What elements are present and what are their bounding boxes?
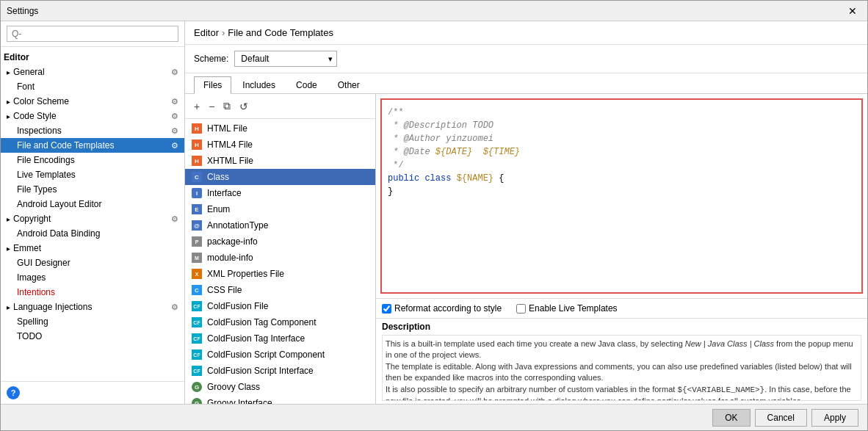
expand-arrow-icon: ▸ [7, 68, 10, 76]
search-input[interactable] [7, 26, 178, 42]
file-item-label: Interface [207, 188, 242, 198]
search-bar [1, 21, 184, 47]
description-section: Description This is a built-in template … [376, 318, 867, 404]
file-item-coldfusion-script-component[interactable]: CF ColdFusion Script Component [185, 347, 375, 363]
sidebar-item-file-encodings[interactable]: File Encodings [1, 153, 184, 167]
file-item-annotation-type[interactable]: @ AnnotationType [185, 217, 375, 233]
gear-icon: ⚙ [171, 214, 178, 224]
sidebar-item-android-layout-editor[interactable]: Android Layout Editor [1, 197, 184, 211]
file-item-html4-file[interactable]: H HTML4 File [185, 137, 375, 153]
file-item-label: XML Properties File [207, 269, 284, 279]
scheme-select-wrap: Default [234, 51, 337, 67]
sidebar-item-label: Inspections [17, 126, 171, 136]
description-text: This is a built-in template used each ti… [382, 335, 861, 401]
sidebar-item-general[interactable]: ▸ General ⚙ [1, 65, 184, 79]
file-item-xhtml-file[interactable]: H XHTML File [185, 153, 375, 169]
tab-code[interactable]: Code [286, 76, 327, 93]
cfsi-icon: CF [191, 365, 203, 377]
sidebar-item-images[interactable]: Images [1, 270, 184, 285]
sidebar-item-file-and-code-templates[interactable]: File and Code Templates ⚙ [1, 138, 184, 153]
live-templates-checkbox[interactable] [516, 304, 526, 314]
groovy-interface-icon: G [191, 397, 203, 404]
scheme-select[interactable]: Default [234, 51, 337, 67]
gear-icon: ⚙ [171, 68, 178, 77]
sidebar-item-file-types[interactable]: File Types [1, 182, 184, 197]
xhtml-icon: H [191, 155, 203, 167]
reformat-label: Reformat according to style [394, 303, 502, 314]
reset-button[interactable]: ↺ [236, 98, 251, 114]
sidebar-item-label: Color Scheme [13, 96, 171, 106]
sidebar-item-spelling[interactable]: Spelling [1, 314, 184, 329]
sidebar-item-copyright[interactable]: ▸ Copyright ⚙ [1, 211, 184, 226]
file-item-coldfusion-tag-interface[interactable]: CF ColdFusion Tag Interface [185, 330, 375, 347]
file-item-label: AnnotationType [207, 220, 268, 231]
sidebar-item-todo[interactable]: TODO [1, 329, 184, 344]
sidebar-item-android-data-binding[interactable]: Android Data Binding [1, 226, 184, 241]
cf-icon: CF [191, 300, 203, 312]
file-item-package-info[interactable]: P package-info [185, 233, 375, 250]
sidebar-item-label: General [13, 67, 171, 77]
sidebar-item-label: Emmet [13, 243, 178, 253]
settings-window: Settings ✕ Editor ▸ General ⚙ Font [0, 0, 868, 431]
file-item-interface[interactable]: I Interface [185, 185, 375, 201]
file-item-module-info[interactable]: M module-info [185, 250, 375, 266]
live-templates-label: Enable Live Templates [529, 303, 618, 314]
groovy-class-icon: G [191, 381, 203, 393]
code-editor[interactable]: /** * @Description TODO * @Author yinzuo… [380, 98, 863, 294]
sidebar-item-intentions[interactable]: Intentions [1, 285, 184, 300]
copy-button[interactable]: ⧉ [220, 98, 234, 114]
file-item-groovy-class[interactable]: G Groovy Class [185, 379, 375, 395]
file-item-label: ColdFusion Tag Interface [207, 333, 305, 344]
sidebar-item-inspections[interactable]: Inspections ⚙ [1, 123, 184, 138]
file-list-panel: + − ⧉ ↺ H HTML File H HTML4 File [185, 94, 376, 404]
file-item-class[interactable]: C Class [185, 169, 375, 185]
file-item-coldfusion-file[interactable]: CF ColdFusion File [185, 298, 375, 314]
file-item-groovy-interface[interactable]: G Groovy Interface [185, 395, 375, 404]
close-button[interactable]: ✕ [844, 4, 861, 18]
help-icon[interactable]: ? [7, 386, 20, 399]
reformat-checkbox[interactable] [382, 304, 391, 314]
file-item-label: ColdFusion Script Component [207, 349, 325, 360]
sidebar-item-label: Spelling [17, 316, 178, 327]
cancel-button[interactable]: Cancel [755, 409, 807, 427]
sidebar-item-label: File and Code Templates [17, 140, 171, 151]
sidebar-item-label: TODO [17, 331, 178, 341]
tab-files[interactable]: Files [194, 76, 231, 94]
file-item-coldfusion-script-interface[interactable]: CF ColdFusion Script Interface [185, 363, 375, 379]
file-item-label: module-info [207, 253, 253, 263]
pkg-icon: P [191, 236, 203, 247]
breadcrumb-separator: › [222, 27, 225, 38]
file-item-label: Groovy Class [207, 382, 260, 392]
sidebar-item-label: Language Injections [13, 302, 171, 312]
css-icon: C [191, 284, 203, 296]
file-item-html-file[interactable]: H HTML File [185, 120, 375, 137]
cfsc-icon: CF [191, 349, 203, 361]
apply-button[interactable]: Apply [811, 409, 858, 427]
file-item-coldfusion-tag-component[interactable]: CF ColdFusion Tag Component [185, 314, 375, 330]
expand-arrow-icon: ▸ [7, 98, 10, 106]
sidebar-item-emmet[interactable]: ▸ Emmet [1, 241, 184, 256]
sidebar-item-label: Android Layout Editor [17, 199, 178, 209]
sidebar-item-code-style[interactable]: ▸ Code Style ⚙ [1, 109, 184, 123]
file-item-css-file[interactable]: C CSS File [185, 282, 375, 298]
enum-icon: E [191, 203, 203, 215]
add-button[interactable]: + [191, 98, 203, 114]
file-item-enum[interactable]: E Enum [185, 201, 375, 217]
sidebar-item-color-scheme[interactable]: ▸ Color Scheme ⚙ [1, 94, 184, 109]
file-item-label: Enum [207, 204, 230, 214]
xml-icon: X [191, 268, 203, 280]
file-item-label: ColdFusion Script Interface [207, 366, 314, 376]
checkboxes-row: Reformat according to style Enable Live … [376, 298, 867, 318]
expand-arrow-icon: ▸ [7, 215, 10, 223]
sidebar-item-label: GUI Designer [17, 258, 178, 268]
main-content: Editor ▸ General ⚙ Font ▸ Color Scheme ⚙ [1, 21, 867, 404]
tab-other[interactable]: Other [328, 76, 369, 93]
sidebar-item-live-templates[interactable]: Live Templates [1, 167, 184, 182]
sidebar-item-language-injections[interactable]: ▸ Language Injections ⚙ [1, 300, 184, 314]
file-item-xml-properties[interactable]: X XML Properties File [185, 266, 375, 282]
ok-button[interactable]: OK [712, 409, 750, 427]
sidebar-item-font[interactable]: Font [1, 79, 184, 94]
sidebar-item-gui-designer[interactable]: GUI Designer [1, 256, 184, 270]
remove-button[interactable]: − [206, 98, 217, 114]
tab-includes[interactable]: Includes [233, 76, 285, 93]
